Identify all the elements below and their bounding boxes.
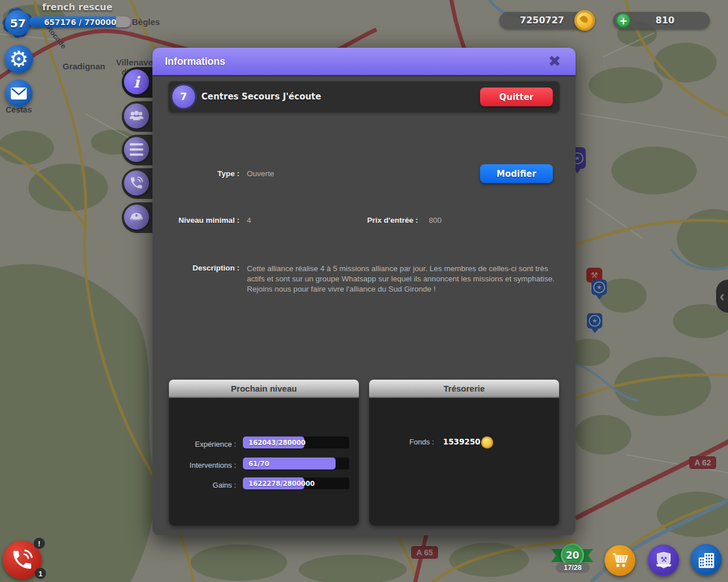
modal-header: Informations ✖ (152, 48, 576, 75)
type-label: Type : (152, 169, 239, 178)
cash-value: 810 (656, 12, 675, 29)
alliance-level-badge: 7 (172, 85, 195, 108)
funds-label: Fonds : (369, 438, 434, 446)
building-icon (697, 550, 716, 569)
coin-icon (481, 436, 493, 448)
treasury-title: Trésorerie (369, 380, 559, 398)
funds-value: 1539250 (443, 437, 477, 446)
envelope-icon (11, 88, 27, 99)
coins-value: 7250727 (520, 12, 564, 29)
sidebar-item-staff[interactable] (124, 205, 149, 230)
treasury-panel: Trésorerie Fonds : 1539250 (369, 380, 559, 526)
sidebar-item-info[interactable]: i (124, 69, 149, 94)
gear-icon: ⚙ (9, 48, 28, 70)
missions-count: 17/28 (556, 563, 590, 573)
quit-alliance-button[interactable]: Quitter (480, 88, 553, 106)
progress-bar: 1622278/2800000 (243, 477, 349, 489)
coin-icon (574, 10, 595, 31)
progress-fill: 61/70 (243, 458, 336, 469)
mail-button[interactable] (5, 80, 32, 107)
progress-fill: 162043/280000 (243, 436, 304, 448)
xp-progress-bar: 657176 / 770000 (30, 16, 131, 27)
menu-list-icon (130, 142, 143, 157)
informations-modal: Informations ✖ 7 Centres Secours J'écout… (152, 48, 576, 535)
alliance-header-bar: 7 Centres Secours J'écoute Quitter (168, 81, 560, 113)
alliance-button[interactable]: ⚒ (648, 544, 679, 576)
next-level-title: Prochain niveau (169, 380, 359, 398)
description-text: Cette alliance réalise 4 à 5 missions al… (247, 264, 557, 295)
progress-fill: 1622278/2800000 (243, 477, 304, 489)
coins-counter[interactable]: 7250727 (499, 12, 593, 29)
police-cap-icon (129, 209, 144, 225)
call-count-badge: 1 (35, 568, 46, 579)
row-label: Expérience : (169, 440, 236, 448)
treasury-body: Fonds : 1539250 (369, 398, 559, 526)
people-group-icon (129, 108, 144, 124)
modify-button[interactable]: Modifier (480, 164, 553, 183)
close-icon[interactable]: ✖ (545, 51, 564, 70)
info-icon: i (134, 73, 139, 91)
sidebar-item-calls[interactable] (124, 171, 149, 196)
call-alert-badge: ! (34, 538, 45, 549)
progress-value: 162043/280000 (249, 439, 305, 447)
player-name: french rescue (32, 2, 123, 13)
sidebar-item-members[interactable] (124, 103, 149, 128)
progress-bar: 162043/280000 (243, 436, 349, 448)
row-label: Gains : (169, 481, 236, 489)
svg-text:⚒: ⚒ (660, 554, 667, 563)
xp-progress-text: 657176 / 770000 (30, 16, 131, 27)
entry-price-value: 800 (429, 216, 442, 225)
game-screen: Bègles Gradignan Villenave d'Ornon Cesta… (0, 0, 728, 582)
progress-value: 61/70 (249, 460, 269, 468)
alliance-shield-icon: ⚒ (653, 550, 674, 571)
phone-icon (129, 176, 144, 190)
shop-button[interactable] (605, 545, 635, 576)
buildings-button[interactable] (690, 544, 722, 575)
sidebar-item-list[interactable] (124, 137, 149, 162)
min-level-label: Niveau minimal : (152, 216, 239, 225)
alliance-name: Centres Secours J'écoute (201, 81, 321, 113)
next-level-body: Expérience : 162043/280000 Interventions… (169, 398, 359, 526)
add-cash-button[interactable]: + (616, 13, 631, 28)
type-value: Ouverte (247, 169, 274, 178)
level-badge[interactable]: 57 (5, 10, 31, 36)
description-label: Description : (152, 264, 239, 272)
progress-value: 1622278/2800000 (249, 480, 315, 488)
min-level-value: 4 (247, 216, 251, 225)
phone-handset-icon (10, 548, 34, 572)
next-level-panel: Prochain niveau Expérience : 162043/2800… (169, 380, 359, 526)
cash-counter[interactable]: + 810 (613, 12, 710, 29)
row-label: Interventions : (169, 461, 236, 469)
shopping-cart-icon (611, 551, 629, 569)
entry-price-label: Prix d'entrée : (323, 216, 418, 225)
settings-button[interactable]: ⚙ (5, 45, 33, 73)
modal-title: Informations (165, 48, 225, 75)
progress-bar: 61/70 (243, 458, 349, 469)
